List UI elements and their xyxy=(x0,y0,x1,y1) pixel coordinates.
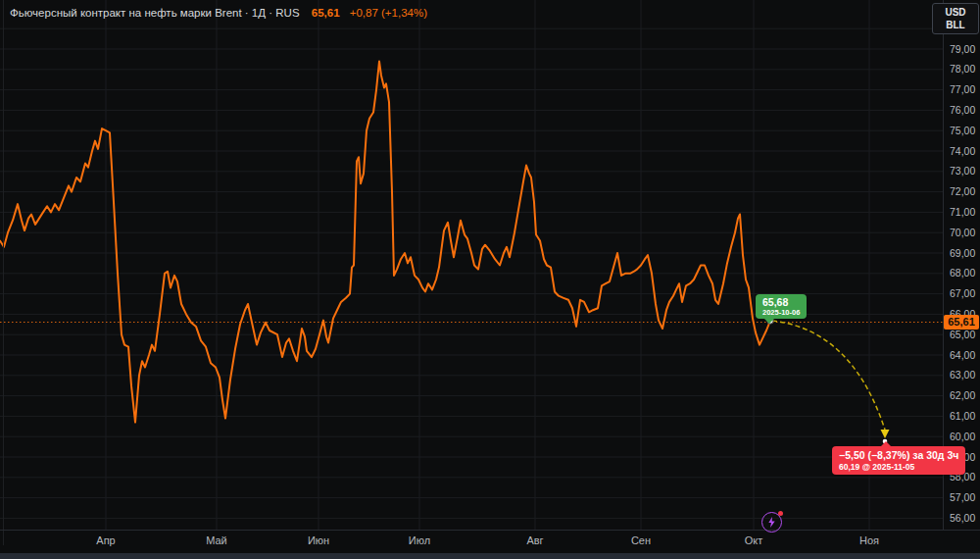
lightning-bolt-icon xyxy=(767,517,776,528)
price-tick-label: 69,00 xyxy=(950,247,975,259)
month-label: Ноя xyxy=(859,534,879,546)
month-label: Май xyxy=(206,534,227,546)
price-tick-label: 63,00 xyxy=(950,369,975,381)
month-label: Сен xyxy=(631,534,651,546)
month-label: Апр xyxy=(96,534,115,546)
price-tick-label: 77,00 xyxy=(950,83,975,95)
event-lightning-icon[interactable] xyxy=(761,512,782,533)
price-tick-label: 68,00 xyxy=(950,267,975,279)
price-tick-label: 64,00 xyxy=(950,349,975,361)
last-point-label[interactable]: 65,68 2025-10-06 xyxy=(756,294,807,319)
forecast-label[interactable]: −5,50 (−8,37%) за 30д 3ч 60,19 @ 2025-11… xyxy=(832,446,965,475)
bottom-toolbar-edge xyxy=(0,553,980,559)
current-price-badge: 65,61 xyxy=(944,315,979,330)
price-tick-label: 67,00 xyxy=(950,287,975,299)
tradingview-chart: Фьючерсный контракт на нефть марки Brent… xyxy=(0,0,980,559)
price-tick-label: 56,00 xyxy=(950,512,975,524)
time-scale-axis[interactable]: АпрМайИюнИюлАвгСенОктНоя xyxy=(0,530,980,554)
price-tick-label: 57,00 xyxy=(950,491,975,503)
symbol-last-price: 65,61 xyxy=(312,7,340,19)
forecast-target-text: 60,19 @ 2025-11-05 xyxy=(839,462,958,472)
forecast-change-text: −5,50 (−8,37%) за 30д 3ч xyxy=(839,449,958,462)
symbol-title: Фьючерсный контракт на нефть марки Brent… xyxy=(10,7,300,19)
price-tick-label: 72,00 xyxy=(950,185,975,197)
currency-label: USD xyxy=(945,7,965,19)
month-label: Июн xyxy=(308,534,329,546)
price-tick-label: 70,00 xyxy=(950,227,975,238)
price-tick-label: 79,00 xyxy=(950,43,975,55)
price-chart-canvas[interactable] xyxy=(0,0,980,559)
unit-label: BLL xyxy=(946,20,964,31)
symbol-header[interactable]: Фьючерсный контракт на нефть марки Brent… xyxy=(10,7,427,19)
price-line-series xyxy=(0,62,770,423)
price-tick-label: 60,00 xyxy=(950,431,975,442)
price-tick-label: 75,00 xyxy=(950,125,975,136)
left-edge-divider xyxy=(3,0,4,545)
price-tick-label: 76,00 xyxy=(950,104,975,116)
price-tick-label: 61,00 xyxy=(950,410,975,422)
month-label: Окт xyxy=(745,534,763,546)
price-tick-label: 73,00 xyxy=(950,165,975,177)
last-point-date: 2025-10-06 xyxy=(762,308,800,317)
price-tick-label: 62,00 xyxy=(950,389,975,401)
price-tick-label: 71,00 xyxy=(950,206,975,218)
price-scale-units-box: USD BLL xyxy=(932,3,979,34)
price-tick-label: 78,00 xyxy=(950,63,975,75)
symbol-change: +0,87 (+1,34%) xyxy=(350,7,427,19)
month-label: Июл xyxy=(409,534,430,546)
last-point-price: 65,68 xyxy=(762,296,800,308)
price-tick-label: 65,00 xyxy=(950,329,975,340)
price-tick-label: 74,00 xyxy=(950,145,975,157)
month-label: Авг xyxy=(526,534,543,546)
